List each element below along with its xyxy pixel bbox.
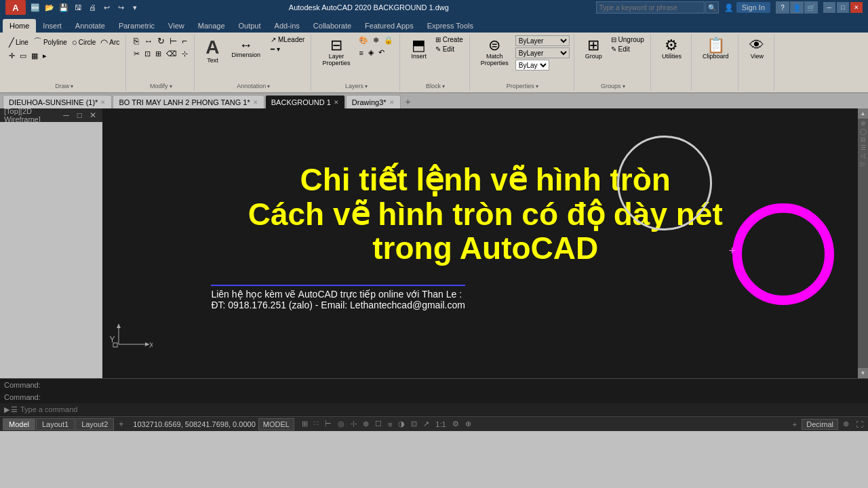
layer-more-tool[interactable]: ≡ xyxy=(357,48,365,58)
layout1-tab[interactable]: Layout1 xyxy=(36,418,75,430)
doc-tab-3[interactable]: BACKGROUND 1 ✕ xyxy=(265,95,345,108)
vp-nav-icon-3[interactable]: ⊟ xyxy=(860,136,867,143)
tab-addins[interactable]: Add-ins xyxy=(268,19,307,33)
more-draw-tool[interactable]: ▸ xyxy=(41,51,49,61)
command-input[interactable] xyxy=(20,405,864,413)
arc-tool[interactable]: ◠ Arc xyxy=(98,37,121,48)
main-viewport[interactable]: Chi tiết lệnh vẽ hình tròn Cách vẽ hình … xyxy=(102,108,868,378)
layers-group-label[interactable]: Layers ▾ xyxy=(317,81,395,89)
new-file-button[interactable]: 🆕 xyxy=(28,1,42,14)
erase-tool[interactable]: ⌫ xyxy=(164,49,179,59)
plot-button[interactable]: 🖨 xyxy=(85,1,99,14)
group-tool[interactable]: ⊞ Group xyxy=(580,35,608,62)
create-block-tool[interactable]: ⊞ Create xyxy=(433,35,465,44)
explode-tool[interactable]: ⊹ xyxy=(180,49,190,59)
vp-nav-icon-1[interactable]: ⊕ xyxy=(860,120,867,127)
maximize-button[interactable]: □ xyxy=(837,2,849,13)
mirror-tool[interactable]: ⊢ xyxy=(167,35,179,47)
close-tab-1[interactable]: ✕ xyxy=(100,99,106,106)
tab-collaborate[interactable]: Collaborate xyxy=(307,19,358,33)
scroll-up-btn[interactable]: ▲ xyxy=(858,108,868,119)
group-edit-tool[interactable]: ✎ Edit xyxy=(609,45,646,54)
utilities-tool[interactable]: ⚙ Utilities xyxy=(656,35,687,62)
minimize-button[interactable]: ─ xyxy=(823,2,835,13)
tab-annotate[interactable]: Annotate xyxy=(68,19,112,33)
vp-nav-icon-6[interactable]: ▷ xyxy=(860,161,867,167)
add-layout-btn[interactable]: + xyxy=(115,418,127,430)
copy-tool[interactable]: ⎘ xyxy=(132,35,141,47)
annotation-icon[interactable]: 1:1 xyxy=(433,420,448,429)
match-properties-tool[interactable]: ⊜ MatchProperties xyxy=(475,35,514,69)
edit-block-tool[interactable]: ✎ Edit xyxy=(433,45,465,54)
ducs-icon[interactable]: ☐ xyxy=(373,419,384,429)
doc-tab-4[interactable]: Drawing3* ✕ xyxy=(346,95,401,108)
line-tool[interactable]: ╱ Line xyxy=(7,37,31,48)
groups-group-label[interactable]: Groups ▾ xyxy=(580,81,646,89)
draw-group-label[interactable]: Draw ▾ xyxy=(7,81,121,89)
search-icon-btn[interactable]: 🔍 xyxy=(705,1,719,14)
rotate-tool[interactable]: ↻ xyxy=(155,35,167,47)
move-tool[interactable]: ✛ xyxy=(7,51,17,61)
trim-tool[interactable]: ✂ xyxy=(132,49,142,59)
insert-tool[interactable]: ⬒ Insert xyxy=(406,35,432,62)
tab-parametric[interactable]: Parametric xyxy=(112,19,161,33)
properties-group-label[interactable]: Properties ▾ xyxy=(475,81,570,89)
doc-tab-1[interactable]: DIEUHOA-SUNSHINE (1)* ✕ xyxy=(3,95,112,108)
polyline-tool[interactable]: ⌒ Polyline xyxy=(31,35,69,49)
grid-icon[interactable]: ⊞ xyxy=(300,419,310,429)
open-file-button[interactable]: 📂 xyxy=(43,1,56,14)
tab-output[interactable]: Output xyxy=(232,19,268,33)
text-tool[interactable]: A Text xyxy=(200,35,224,66)
file-menu-button[interactable]: A xyxy=(5,0,26,15)
transparency-icon[interactable]: ◑ xyxy=(396,419,407,429)
snap-icon[interactable]: ∷ xyxy=(312,419,321,429)
ungroup-tool[interactable]: ⊟ Ungroup xyxy=(609,35,646,44)
gizmo-icon[interactable]: ↗ xyxy=(421,419,431,429)
workspace-dropdown[interactable]: ▾ xyxy=(128,1,142,14)
save-as-button[interactable]: 🖫 xyxy=(71,1,85,14)
close-button[interactable]: ✕ xyxy=(850,2,863,13)
layer-properties-tool[interactable]: ⊟ LayerProperties xyxy=(317,35,355,69)
tab-insert[interactable]: Insert xyxy=(36,19,68,33)
vp-nav-icon-5[interactable]: ◁ xyxy=(860,152,867,159)
account-button[interactable]: 👤 xyxy=(790,1,804,14)
layer-color-tool[interactable]: 🎨 xyxy=(357,35,370,45)
color-select[interactable]: ByLayer xyxy=(515,35,570,46)
scale-tool[interactable]: ⊡ xyxy=(142,49,153,59)
array-tool[interactable]: ⊞ xyxy=(153,49,163,59)
tab-view[interactable]: View xyxy=(161,19,191,33)
lineweight-select[interactable]: ByLayer xyxy=(515,60,549,70)
tab-manage[interactable]: Manage xyxy=(191,19,232,33)
lineweight-icon[interactable]: ≡ xyxy=(386,420,394,429)
vp-nav-icon-2[interactable]: ◯ xyxy=(860,128,867,135)
tab-express-tools[interactable]: Express Tools xyxy=(420,19,480,33)
unit-display[interactable]: Decimal xyxy=(802,419,838,430)
otrack-icon[interactable]: ⊕ xyxy=(361,419,371,429)
dimension-tool[interactable]: ↔ Dimension xyxy=(226,35,267,61)
osnap-icon[interactable]: ⊹ xyxy=(349,419,359,429)
view-group-label[interactable] xyxy=(744,88,770,89)
mleader-tool[interactable]: ↗ MLeader xyxy=(269,35,307,44)
help-button[interactable]: ? xyxy=(776,1,789,14)
close-tab-2[interactable]: ✕ xyxy=(253,99,258,106)
fullscreen-icon[interactable]: ⛶ xyxy=(854,420,865,429)
viewport-close-btn[interactable]: ✕ xyxy=(87,110,98,121)
signin-button[interactable]: Sign In xyxy=(736,2,770,13)
clipboard-tool[interactable]: 📋 Clipboard xyxy=(697,35,734,62)
circle-tool[interactable]: ○ Circle xyxy=(70,37,98,48)
new-tab-button[interactable]: + xyxy=(401,95,415,108)
right-scrollbar[interactable]: ▲ ⊕ ◯ ⊟ ☰ ◁ ▷ ▼ xyxy=(858,108,868,378)
settings-icon[interactable]: ⊕ xyxy=(463,419,473,429)
utilities-group-label[interactable] xyxy=(656,88,687,89)
modify-group-label[interactable]: Modify ▾ xyxy=(132,81,190,89)
layer-lock-tool[interactable]: 🔒 xyxy=(382,35,395,45)
search-input[interactable] xyxy=(596,1,705,14)
fillet-tool[interactable]: ⌐ xyxy=(180,35,189,47)
block-group-label[interactable]: Block ▾ xyxy=(406,81,465,89)
selection-icon[interactable]: ⊡ xyxy=(409,419,419,429)
zoom-plus-icon[interactable]: + xyxy=(791,420,799,429)
dim-dropdown[interactable]: ━ ▾ xyxy=(269,45,307,54)
linetype-select[interactable]: ByLayer xyxy=(515,47,570,58)
doc-tab-2[interactable]: BO TRI MAY LANH 2 PHONG TANG 1* ✕ xyxy=(113,95,264,108)
undo-button[interactable]: ↩ xyxy=(100,1,113,14)
